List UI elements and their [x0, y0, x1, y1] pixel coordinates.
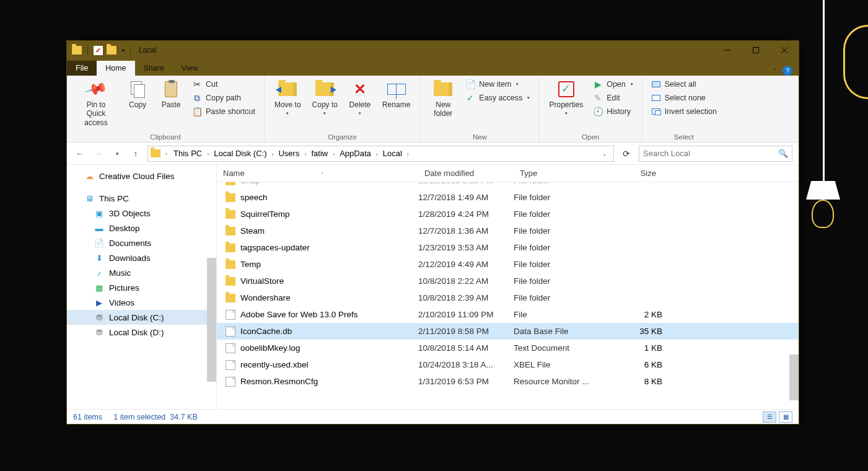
- properties-button[interactable]: ✓ Properties▾: [545, 78, 587, 118]
- nav-item[interactable]: ☁Creative Cloud Files: [67, 169, 216, 183]
- back-button[interactable]: ←: [73, 147, 87, 161]
- qat-newfolder-icon[interactable]: [107, 46, 116, 55]
- collapse-ribbon-icon[interactable]: ˄: [773, 68, 776, 74]
- nav-item[interactable]: ▬Desktop: [67, 221, 216, 236]
- nav-item[interactable]: ♪Music: [67, 265, 216, 280]
- delete-button[interactable]: ✕ Delete▾: [345, 78, 375, 118]
- breadcrumb-segment[interactable]: This PC: [171, 147, 204, 159]
- chevron-right-icon[interactable]: ›: [330, 151, 337, 157]
- file-row[interactable]: recently-used.xbel10/24/2018 3:18 A...XB…: [217, 356, 799, 373]
- column-name[interactable]: Name ˄: [217, 169, 418, 178]
- chevron-right-icon[interactable]: ›: [204, 151, 211, 157]
- chevron-right-icon[interactable]: ›: [374, 151, 380, 157]
- minimize-button[interactable]: [713, 41, 742, 59]
- qat-customize-icon[interactable]: ▾: [122, 48, 125, 53]
- app-icon[interactable]: [72, 46, 82, 55]
- file-name: Steam: [240, 226, 265, 236]
- group-clipboard: 📌 Pin to Quick access Copy Paste ✂Cut ⧉C…: [67, 76, 265, 142]
- chevron-right-icon[interactable]: ›: [269, 151, 276, 157]
- file-row[interactable]: Adobe Save for Web 13.0 Prefs2/10/2019 1…: [217, 306, 799, 323]
- file-name: SquirrelTemp: [240, 209, 290, 219]
- invert-selection-button[interactable]: Invert selection: [649, 105, 719, 118]
- tab-home[interactable]: Home: [97, 61, 134, 76]
- paste-shortcut-button[interactable]: 📋Paste shortcut: [190, 105, 258, 118]
- tab-view[interactable]: View: [173, 61, 207, 76]
- nav-item-label: Local Disk (D:): [109, 328, 164, 337]
- forward-button[interactable]: →: [92, 147, 105, 161]
- file-row[interactable]: speech12/7/2018 1:49 AMFile folder: [217, 189, 799, 206]
- column-type[interactable]: Type: [514, 169, 607, 178]
- up-button[interactable]: ↑: [129, 147, 142, 161]
- address-dropdown-icon[interactable]: ⌄: [598, 151, 611, 157]
- nav-scrollbar-thumb[interactable]: [207, 258, 216, 382]
- history-button[interactable]: 🕘History: [590, 105, 636, 118]
- file-type: File folder: [514, 209, 607, 219]
- nav-item[interactable]: ▦Pictures: [67, 280, 216, 295]
- copy-path-button[interactable]: ⧉Copy path: [190, 92, 258, 104]
- copy-button[interactable]: Copy: [123, 78, 152, 110]
- recent-locations-button[interactable]: ▾: [110, 147, 124, 161]
- refresh-button[interactable]: ⟳: [619, 146, 634, 162]
- breadcrumb-segment[interactable]: AppData: [337, 147, 374, 159]
- edit-button[interactable]: ✎Edit: [590, 92, 636, 104]
- nav-item[interactable]: ▶Videos: [67, 295, 216, 310]
- file-row[interactable]: tagspaces-updater1/23/2019 3:53 AMFile f…: [217, 239, 799, 256]
- breadcrumb-segment[interactable]: Local: [380, 147, 405, 159]
- file-date: 12/7/2018 1:49 AM: [418, 193, 514, 202]
- file-row[interactable]: VirtualStore10/8/2018 2:22 AMFile folder: [217, 273, 799, 289]
- tab-file[interactable]: File: [67, 61, 97, 76]
- chevron-right-icon[interactable]: ›: [163, 151, 170, 157]
- open-button[interactable]: ▶Open▾: [590, 78, 636, 90]
- file-row[interactable]: SquirrelTemp1/28/2019 4:24 PMFile folder: [217, 206, 799, 222]
- chevron-right-icon[interactable]: ›: [405, 151, 411, 157]
- view-large-icons-button[interactable]: ▦: [779, 412, 792, 423]
- select-all-button[interactable]: Select all: [649, 78, 719, 90]
- file-date: 10/8/2018 2:39 AM: [418, 293, 514, 302]
- easy-access-button[interactable]: ✓Easy access▾: [463, 92, 532, 104]
- breadcrumb-segment[interactable]: Local Disk (C:): [211, 147, 269, 159]
- column-date[interactable]: Date modified: [418, 169, 514, 178]
- nav-item-label: Documents: [109, 239, 151, 248]
- chevron-right-icon[interactable]: ›: [302, 151, 309, 157]
- breadcrumb-segment[interactable]: Users: [276, 147, 302, 159]
- nav-item[interactable]: ⛃Local Disk (D:): [67, 325, 216, 340]
- search-icon[interactable]: 🔍: [778, 149, 788, 158]
- new-folder-button[interactable]: New folder: [427, 78, 459, 120]
- navigation-pane[interactable]: ☁Creative Cloud Files🖥This PC▣3D Objects…: [67, 165, 217, 409]
- column-size[interactable]: Size: [607, 169, 662, 178]
- help-icon[interactable]: ?: [783, 66, 792, 76]
- nav-item[interactable]: 📄Documents: [67, 236, 216, 250]
- file-icon: [226, 343, 235, 353]
- select-none-button[interactable]: Select none: [649, 92, 719, 104]
- paste-button[interactable]: Paste: [156, 78, 186, 110]
- nav-item[interactable]: ⬇Downloads: [67, 250, 216, 265]
- file-row[interactable]: Resmon.ResmonCfg1/31/2019 6:53 PMResourc…: [217, 373, 799, 390]
- breadcrumb-root-icon[interactable]: [151, 149, 160, 157]
- nav-item[interactable]: 🖥This PC: [67, 191, 216, 206]
- new-item-button[interactable]: 📄New item▾: [463, 78, 532, 90]
- qat-properties-icon[interactable]: ✓: [94, 46, 103, 55]
- cut-button[interactable]: ✂Cut: [190, 78, 258, 90]
- view-details-button[interactable]: ☰: [763, 412, 776, 423]
- file-row[interactable]: Temp2/12/2019 4:49 AMFile folder: [217, 256, 799, 273]
- file-row[interactable]: Steam12/7/2018 1:36 AMFile folder: [217, 222, 799, 239]
- tab-share[interactable]: Share: [135, 61, 173, 76]
- nav-item[interactable]: ⛃Local Disk (C:): [67, 310, 216, 325]
- copy-to-button[interactable]: Copy to▾: [309, 78, 341, 118]
- file-date: 10/8/2018 2:22 AM: [418, 276, 514, 286]
- move-to-button[interactable]: Move to▾: [271, 78, 305, 118]
- rename-button[interactable]: Rename: [379, 78, 414, 110]
- file-row[interactable]: Snap12/23/2018 3:23 PMFile folder: [217, 182, 799, 189]
- breadcrumb[interactable]: › This PC›Local Disk (C:)›Users›fatiw›Ap…: [147, 146, 614, 162]
- nav-item[interactable]: ▣3D Objects: [67, 206, 216, 221]
- search-input[interactable]: [643, 149, 778, 158]
- maximize-button[interactable]: [742, 41, 770, 59]
- file-row[interactable]: Wondershare10/8/2018 2:39 AMFile folder: [217, 289, 799, 306]
- list-scrollbar-thumb[interactable]: [789, 354, 799, 400]
- pin-to-quick-access-button[interactable]: 📌 Pin to Quick access: [73, 78, 119, 128]
- breadcrumb-segment[interactable]: fatiw: [309, 147, 330, 159]
- file-row[interactable]: IconCache.db2/11/2019 8:58 PMData Base F…: [217, 323, 799, 340]
- search-box[interactable]: 🔍: [639, 146, 792, 162]
- close-button[interactable]: [770, 41, 799, 59]
- file-row[interactable]: oobelibMkey.log10/8/2018 5:14 AMText Doc…: [217, 340, 799, 356]
